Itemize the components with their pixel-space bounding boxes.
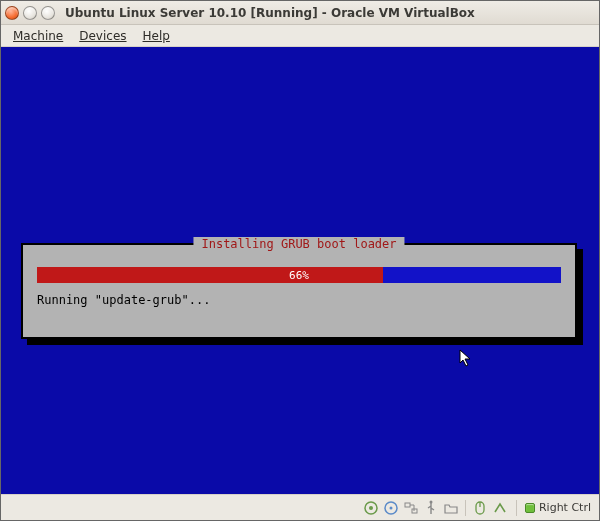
optical-drive-icon[interactable]: [383, 500, 399, 516]
usb-icon[interactable]: [423, 500, 439, 516]
shared-folder-icon[interactable]: [443, 500, 459, 516]
installer-dialog: Installing GRUB boot loader 66% Running …: [21, 243, 577, 339]
progress-bar: 66%: [37, 267, 561, 283]
menu-machine[interactable]: Machine: [7, 27, 69, 45]
svg-point-3: [389, 506, 392, 509]
vm-state-icon[interactable]: [492, 500, 508, 516]
host-key-led-icon: [525, 503, 535, 513]
statusbar: Right Ctrl: [1, 494, 599, 520]
host-key-indicator[interactable]: Right Ctrl: [525, 501, 591, 514]
statusbar-icons: [363, 500, 508, 516]
titlebar[interactable]: Ubuntu Linux Server 10.10 [Running] - Or…: [1, 1, 599, 25]
dialog-title: Installing GRUB boot loader: [193, 237, 404, 251]
vm-display[interactable]: Installing GRUB boot loader 66% Running …: [1, 47, 599, 494]
virtualbox-window: Ubuntu Linux Server 10.10 [Running] - Or…: [0, 0, 600, 521]
progress-label: 66%: [289, 269, 309, 282]
menu-help[interactable]: Help: [137, 27, 176, 45]
close-icon[interactable]: [5, 6, 19, 20]
menu-devices[interactable]: Devices: [73, 27, 132, 45]
installer-status: Running "update-grub"...: [37, 293, 210, 307]
svg-rect-4: [405, 503, 410, 507]
menubar: Machine Devices Help: [1, 25, 599, 47]
statusbar-separator: [516, 500, 517, 516]
maximize-icon[interactable]: [41, 6, 55, 20]
minimize-icon[interactable]: [23, 6, 37, 20]
window-controls: [5, 6, 55, 20]
window-title: Ubuntu Linux Server 10.10 [Running] - Or…: [65, 6, 475, 20]
host-key-label: Right Ctrl: [539, 501, 591, 514]
mouse-cursor-icon: [459, 349, 473, 367]
statusbar-separator: [465, 500, 466, 516]
hard-disk-icon[interactable]: [363, 500, 379, 516]
network-icon[interactable]: [403, 500, 419, 516]
mouse-integration-icon[interactable]: [472, 500, 488, 516]
svg-point-6: [429, 500, 432, 503]
progress-fill: [37, 267, 383, 283]
svg-point-1: [369, 506, 373, 510]
